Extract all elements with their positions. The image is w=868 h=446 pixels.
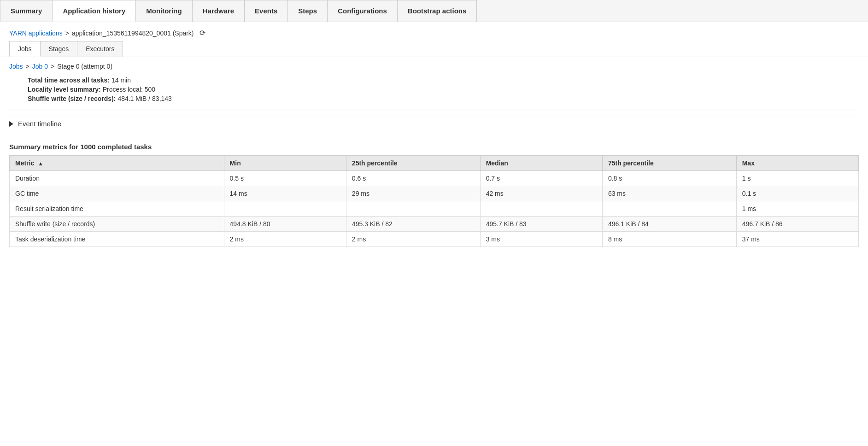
top-tab-summary[interactable]: Summary [0,0,53,22]
cell-metric: Result serialization time [10,201,224,217]
table-row: Duration0.5 s0.6 s0.7 s0.8 s1 s [10,171,859,186]
cell-p25: 0.6 s [346,171,480,186]
refresh-icon[interactable]: ⟳ [199,29,205,37]
info-section: Total time across all tasks: 14 min Loca… [9,76,859,102]
col-median[interactable]: Median [480,156,602,171]
cell-median: 495.7 KiB / 83 [480,217,602,232]
cell-p75: 0.8 s [602,171,736,186]
event-timeline-toggle[interactable]: Event timeline [9,116,859,131]
col-metric-label: Metric [15,159,34,167]
triangle-icon [9,121,13,127]
cell-max: 1 ms [736,201,858,217]
cell-p25: 2 ms [346,232,480,247]
col-metric[interactable]: Metric ▲ [10,156,224,171]
top-tab-bootstrap-actions[interactable]: Bootstrap actions [397,0,477,22]
top-tab-application-history[interactable]: Application history [52,0,136,22]
cell-median: 0.7 s [480,171,602,186]
metrics-table: Metric ▲ Min 25th percentile Median 75th… [9,155,859,247]
cell-min: 2 ms [224,232,346,247]
cell-p25 [346,201,480,217]
table-header-row: Metric ▲ Min 25th percentile Median 75th… [10,156,859,171]
cell-p75: 496.1 KiB / 84 [602,217,736,232]
sub-tab-executors[interactable]: Executors [77,41,123,57]
breadcrumb-sep1: > [65,29,69,37]
locality-value: Process local: 500 [103,86,155,93]
table-row: Task deserialization time2 ms2 ms3 ms8 m… [10,232,859,247]
nav-current: Stage 0 (attempt 0) [57,63,112,70]
shuffle-value: 484.1 MiB / 83,143 [117,95,172,102]
total-time-value: 14 min [111,76,131,84]
jobs-nav-link[interactable]: Jobs [9,63,23,70]
info-row-locality: Locality level summary: Process local: 5… [9,86,859,93]
cell-median: 42 ms [480,186,602,201]
col-min[interactable]: Min [224,156,346,171]
shuffle-label: Shuffle write (size / records): [28,95,116,102]
top-tabs-bar: SummaryApplication historyMonitoringHard… [0,0,868,22]
main-content: Jobs > Job 0 > Stage 0 (attempt 0) Total… [0,63,868,247]
table-row: Result serialization time1 ms [10,201,859,217]
cell-min: 0.5 s [224,171,346,186]
job0-nav-link[interactable]: Job 0 [32,63,48,70]
top-tab-events[interactable]: Events [244,0,288,22]
cell-max: 1 s [736,171,858,186]
yarn-applications-link[interactable]: YARN applications [9,29,63,37]
cell-metric: Shuffle write (size / records) [10,217,224,232]
nav-breadcrumb: Jobs > Job 0 > Stage 0 (attempt 0) [9,63,859,70]
top-tab-hardware[interactable]: Hardware [192,0,245,22]
sub-tab-stages[interactable]: Stages [40,41,78,57]
nav-sep2: > [51,63,54,70]
cell-max: 37 ms [736,232,858,247]
breadcrumb-current: application_1535611994820_0001 (Spark) [72,29,194,37]
info-row-total-time: Total time across all tasks: 14 min [9,76,859,84]
col-p25[interactable]: 25th percentile [346,156,480,171]
nav-sep1: > [26,63,29,70]
cell-median [480,201,602,217]
cell-metric: Task deserialization time [10,232,224,247]
locality-label: Locality level summary: [28,86,101,93]
cell-p75 [602,201,736,217]
top-tab-configurations[interactable]: Configurations [327,0,398,22]
cell-min: 14 ms [224,186,346,201]
total-time-label: Total time across all tasks: [28,76,110,84]
cell-metric: Duration [10,171,224,186]
cell-median: 3 ms [480,232,602,247]
col-p75[interactable]: 75th percentile [602,156,736,171]
cell-p75: 8 ms [602,232,736,247]
cell-p75: 63 ms [602,186,736,201]
sub-tabs-bar: JobsStagesExecutors [0,41,868,57]
divider1 [9,110,859,110]
sub-tab-jobs[interactable]: Jobs [9,41,41,57]
table-row: Shuffle write (size / records)494.8 KiB … [10,217,859,232]
top-tab-steps[interactable]: Steps [287,0,328,22]
metrics-title: Summary metrics for 1000 completed tasks [9,143,859,151]
cell-max: 0.1 s [736,186,858,201]
cell-metric: GC time [10,186,224,201]
cell-min: 494.8 KiB / 80 [224,217,346,232]
sort-arrow-icon: ▲ [38,160,43,167]
cell-min [224,201,346,217]
cell-p25: 495.3 KiB / 82 [346,217,480,232]
event-timeline-label: Event timeline [18,120,61,128]
col-max[interactable]: Max [736,156,858,171]
table-row: GC time14 ms29 ms42 ms63 ms0.1 s [10,186,859,201]
divider2 [9,137,859,137]
top-tab-monitoring[interactable]: Monitoring [135,0,192,22]
info-row-shuffle: Shuffle write (size / records): 484.1 Mi… [9,95,859,102]
cell-max: 496.7 KiB / 86 [736,217,858,232]
cell-p25: 29 ms [346,186,480,201]
breadcrumb-area: YARN applications > application_15356119… [0,22,868,41]
